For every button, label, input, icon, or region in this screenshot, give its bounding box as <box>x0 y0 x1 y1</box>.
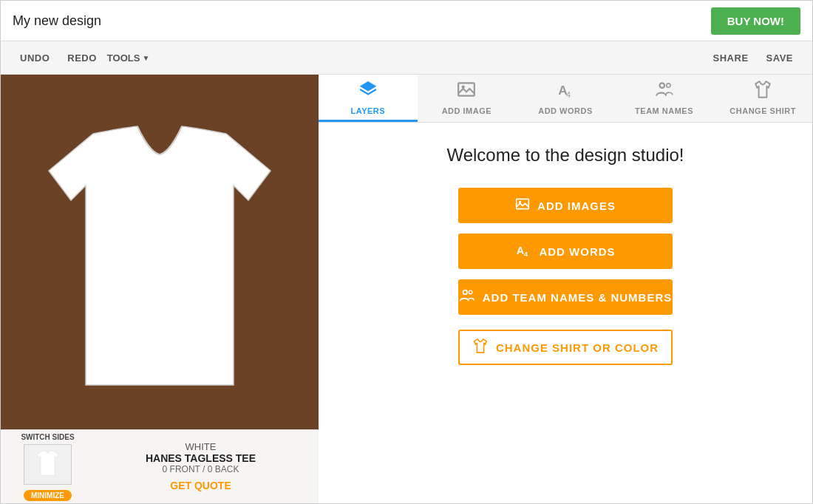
svg-rect-1 <box>459 83 475 95</box>
welcome-title: Welcome to the design studio! <box>446 145 684 166</box>
switch-sides-label: SWITCH SIDES <box>13 433 83 441</box>
tab-add-words[interactable]: A 4 ADD WORDS <box>516 75 615 122</box>
app-wrapper: My new design BUY NOW! UNDO REDO TOOLS ▼… <box>0 0 813 504</box>
product-count: 0 FRONT / 0 BACK <box>95 464 307 474</box>
add-words-label: ADD WORDS <box>539 245 615 258</box>
toolbar: UNDO REDO TOOLS ▼ SHARE SAVE <box>1 41 812 75</box>
tab-change-shirt-label: CHANGE SHIRT <box>729 106 796 115</box>
add-team-names-label: ADD TEAM NAMES & NUMBERS <box>483 291 673 304</box>
add-team-names-button[interactable]: ADD TEAM NAMES & NUMBERS <box>458 279 673 315</box>
tab-add-image-label: ADD IMAGE <box>442 106 491 115</box>
product-info: WHITE HANES TAGLESS TEE 0 FRONT / 0 BACK… <box>95 441 307 492</box>
change-shirt-button[interactable]: CHANGE SHIRT OR COLOR <box>458 330 673 365</box>
change-shirt-btn-icon <box>472 338 489 358</box>
change-shirt-label: CHANGE SHIRT OR COLOR <box>496 341 659 354</box>
svg-point-12 <box>469 290 472 294</box>
canvas-panel: SWITCH SIDES MINIMIZE WHITE HANES TAGLES… <box>1 75 319 503</box>
add-images-label: ADD IMAGES <box>537 200 616 212</box>
tab-change-shirt[interactable]: CHANGE SHIRT <box>713 75 812 122</box>
add-images-icon <box>515 197 530 215</box>
add-words-icon: A 4 <box>556 80 575 103</box>
tab-add-image[interactable]: ADD IMAGE <box>418 75 517 122</box>
tab-layers[interactable]: LAYERS <box>319 75 418 122</box>
chevron-down-icon: ▼ <box>142 54 149 62</box>
page-title: My new design <box>13 13 101 29</box>
redo-button[interactable]: REDO <box>60 48 104 68</box>
thumbnail-tshirt-svg <box>31 449 64 479</box>
add-images-button[interactable]: ADD IMAGES <box>458 188 673 223</box>
team-names-icon <box>655 80 674 103</box>
tab-team-names[interactable]: TEAM NAMES <box>615 75 714 122</box>
tshirt-thumbnail[interactable] <box>24 444 72 485</box>
add-image-icon <box>457 80 476 103</box>
svg-point-6 <box>666 83 670 86</box>
get-quote-button[interactable]: GET QUOTE <box>170 480 231 491</box>
add-words-btn-icon: A 4 <box>515 242 531 262</box>
switch-sides-panel: SWITCH SIDES MINIMIZE <box>13 433 83 501</box>
product-color: WHITE <box>95 441 307 452</box>
svg-point-11 <box>463 290 467 294</box>
content-area: Welcome to the design studio! ADD IMAGES <box>319 123 812 503</box>
layers-icon <box>358 80 378 103</box>
svg-rect-7 <box>517 199 529 208</box>
header-bar: My new design BUY NOW! <box>1 1 812 41</box>
tab-layers-label: LAYERS <box>350 106 385 115</box>
tools-button[interactable]: TOOLS ▼ <box>107 52 149 64</box>
minimize-button[interactable]: MINIMIZE <box>24 490 72 501</box>
buy-now-button[interactable]: BUY NOW! <box>711 7 800 35</box>
main-area: SWITCH SIDES MINIMIZE WHITE HANES TAGLES… <box>1 75 812 503</box>
undo-button[interactable]: UNDO <box>13 48 57 68</box>
tshirt-svg <box>19 112 300 422</box>
team-names-btn-icon <box>459 287 475 307</box>
tabs-bar: LAYERS ADD IMAGE A <box>319 75 812 123</box>
tab-team-names-label: TEAM NAMES <box>635 106 693 115</box>
svg-text:4: 4 <box>566 89 571 98</box>
right-panel: LAYERS ADD IMAGE A <box>319 75 812 503</box>
svg-marker-0 <box>360 81 376 91</box>
save-button[interactable]: SAVE <box>759 48 800 68</box>
tab-add-words-label: ADD WORDS <box>538 106 593 115</box>
share-button[interactable]: SHARE <box>706 48 756 68</box>
bottom-info: SWITCH SIDES MINIMIZE WHITE HANES TAGLES… <box>1 429 319 503</box>
svg-point-5 <box>659 83 664 88</box>
add-words-button[interactable]: A 4 ADD WORDS <box>458 234 673 269</box>
product-name: HANES TAGLESS TEE <box>95 452 307 464</box>
svg-text:4: 4 <box>524 251 528 258</box>
change-shirt-icon <box>753 80 772 103</box>
